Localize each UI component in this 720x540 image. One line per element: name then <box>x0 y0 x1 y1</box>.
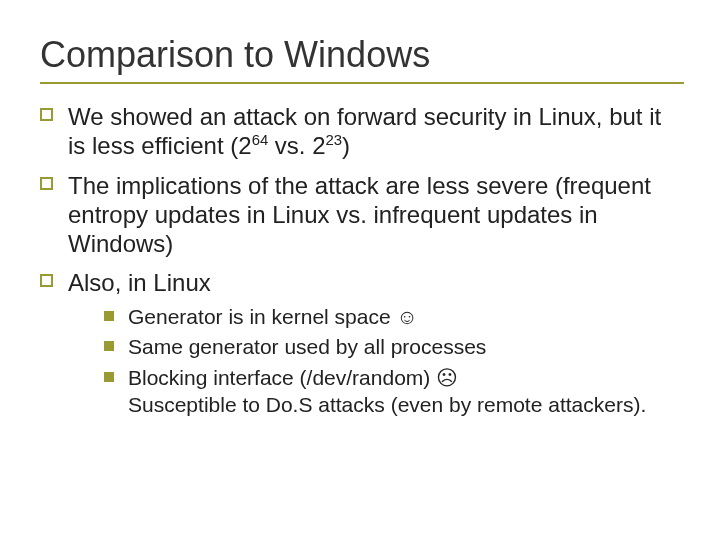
bullet-text: The implications of the attack are less … <box>68 172 651 258</box>
text-fragment: vs. 2 <box>268 132 325 159</box>
title-underline <box>40 82 684 84</box>
bullet-item-2: The implications of the attack are less … <box>40 171 684 259</box>
square-bullet-icon <box>40 177 53 190</box>
superscript: 23 <box>326 132 343 148</box>
sub-bullet-item-3: Blocking interface (/dev/random) ☹ Susce… <box>104 365 684 419</box>
bullet-list: We showed an attack on forward security … <box>40 102 684 419</box>
sub-bullet-list: Generator is in kernel space ☺ Same gene… <box>68 304 684 420</box>
bullet-item-1: We showed an attack on forward security … <box>40 102 684 161</box>
sub-bullet-text: Same generator used by all processes <box>128 335 486 358</box>
square-bullet-icon <box>40 274 53 287</box>
filled-square-bullet-icon <box>104 341 114 351</box>
text-fragment: Blocking interface (/dev/random) <box>128 366 436 389</box>
slide: { "title": "Comparison to Windows", "bul… <box>0 0 720 540</box>
superscript: 64 <box>252 132 269 148</box>
text-fragment: ) <box>342 132 350 159</box>
sub-bullet-text: Generator is in kernel space ☺ <box>128 305 418 328</box>
text-fragment: We showed an attack on forward security … <box>68 103 661 159</box>
sub-bullet-item-1: Generator is in kernel space ☺ <box>104 304 684 331</box>
smiley-icon: ☺ <box>396 305 417 328</box>
square-bullet-icon <box>40 108 53 121</box>
frown-icon: ☹ <box>436 366 458 389</box>
sub-bullet-item-2: Same generator used by all processes <box>104 334 684 361</box>
text-fragment: Susceptible to Do.S attacks (even by rem… <box>128 393 646 416</box>
bullet-text: We showed an attack on forward security … <box>68 103 661 159</box>
sub-bullet-text: Blocking interface (/dev/random) ☹ Susce… <box>128 366 646 416</box>
filled-square-bullet-icon <box>104 372 114 382</box>
text-fragment: Generator is in kernel space <box>128 305 396 328</box>
slide-title: Comparison to Windows <box>40 34 684 76</box>
filled-square-bullet-icon <box>104 311 114 321</box>
bullet-item-3: Also, in Linux Generator is in kernel sp… <box>40 268 684 419</box>
bullet-text: Also, in Linux <box>68 269 211 296</box>
